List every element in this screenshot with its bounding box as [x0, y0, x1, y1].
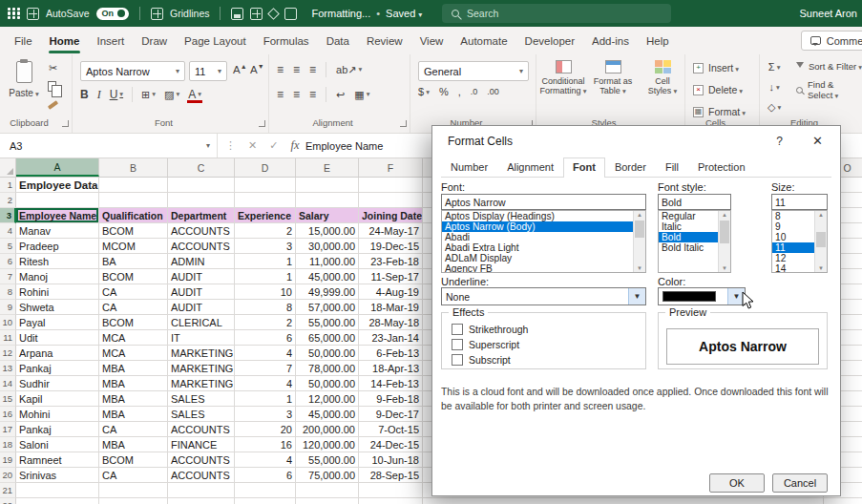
dialog-help-button[interactable]: ?	[776, 135, 783, 148]
row-header-18[interactable]: 18	[0, 437, 16, 452]
cell-B21[interactable]	[99, 483, 168, 498]
cell-B13[interactable]: MBA	[99, 361, 168, 376]
row-header-13[interactable]: 13	[0, 361, 16, 376]
cut-icon[interactable]: ✂	[48, 63, 58, 74]
column-header-b[interactable]: B	[99, 158, 168, 177]
cell-E15[interactable]: 12,000.00	[296, 391, 359, 407]
number-format-combo[interactable]: General	[418, 61, 529, 81]
list-option-8[interactable]: 8	[772, 211, 814, 221]
cell-A3[interactable]: Employee Name	[16, 208, 99, 223]
underline-button[interactable]: U	[110, 89, 123, 100]
cell-E11[interactable]: 65,000.00	[296, 330, 359, 346]
cell-F18[interactable]: 24-Dec-15	[359, 437, 423, 452]
bold-button[interactable]: B	[80, 89, 89, 100]
font-list-scrollbar[interactable]: ▲▼	[633, 211, 645, 272]
dialog-tab-protection[interactable]: Protection	[688, 158, 755, 177]
ok-button[interactable]: OK	[709, 473, 765, 493]
name-box-dropdown-icon[interactable]: ▾	[206, 141, 210, 150]
cell-B10[interactable]: BCOM	[99, 315, 168, 330]
cell-A5[interactable]: Pradeep	[16, 239, 99, 254]
cell-E6[interactable]: 11,000.00	[296, 254, 359, 269]
cell-D12[interactable]: 4	[235, 346, 296, 361]
cell-styles-button[interactable]: Cell Styles	[640, 60, 685, 96]
cell-D2[interactable]	[235, 193, 296, 208]
cell-D9[interactable]: 8	[235, 300, 296, 315]
select-all-corner[interactable]	[0, 158, 16, 177]
cell-E20[interactable]: 75,000.00	[296, 468, 359, 483]
underline-combo[interactable]: None ▼	[441, 287, 646, 305]
fill-button[interactable]: ↓	[767, 82, 781, 93]
cell-C8[interactable]: AUDIT	[168, 284, 235, 300]
cell-A19[interactable]: Ramneet	[16, 452, 99, 468]
percent-button[interactable]: %	[439, 87, 449, 97]
cell-C4[interactable]: ACCOUNTS	[168, 223, 235, 239]
cell-B2[interactable]	[99, 193, 168, 208]
cell-C7[interactable]: AUDIT	[168, 269, 235, 284]
cell-F4[interactable]: 24-May-17	[359, 223, 423, 239]
cell-B18[interactable]: MBA	[99, 437, 168, 452]
cell-A22[interactable]	[16, 498, 99, 504]
row-header-1[interactable]: 1	[0, 178, 16, 193]
cell-C5[interactable]: ACCOUNTS	[168, 239, 235, 254]
row-header-9[interactable]: 9	[0, 300, 16, 315]
format-button[interactable]: ▦Format	[693, 106, 746, 117]
row-header-19[interactable]: 19	[0, 452, 16, 468]
cell-F11[interactable]: 23-Jan-14	[359, 330, 423, 346]
cell-F12[interactable]: 6-Feb-13	[359, 346, 423, 361]
undo-icon[interactable]	[284, 8, 297, 20]
menu-item-help[interactable]: Help	[638, 27, 678, 54]
cell-E14[interactable]: 50,000.00	[296, 376, 359, 391]
menu-item-developer[interactable]: Developer	[516, 27, 583, 54]
align-bottom-icon[interactable]: ≡	[309, 64, 316, 75]
list-option-14[interactable]: 14	[772, 263, 814, 273]
effect-checkbox-superscript[interactable]: Superscript	[452, 339, 519, 350]
cell-F13[interactable]: 18-Apr-13	[359, 361, 423, 376]
dialog-tab-fill[interactable]: Fill	[656, 158, 688, 177]
copy-icon[interactable]	[48, 81, 56, 92]
cell-F19[interactable]: 10-Jun-18	[359, 452, 423, 468]
cell-C15[interactable]: SALES	[168, 391, 235, 407]
cell-C22[interactable]	[168, 498, 235, 504]
cell-filler-22[interactable]	[423, 498, 824, 504]
cell-E19[interactable]: 55,000.00	[296, 452, 359, 468]
cell-F16[interactable]: 9-Dec-17	[359, 407, 423, 422]
cell-A18[interactable]: Saloni	[16, 437, 99, 452]
italic-button[interactable]: I	[97, 89, 101, 100]
cell-D4[interactable]: 2	[235, 223, 296, 239]
cell-B15[interactable]: MBA	[99, 391, 168, 407]
document-title[interactable]: Formatting...	[311, 8, 370, 19]
list-option-9[interactable]: 9	[772, 221, 814, 232]
format-as-table-button[interactable]: Format as Table	[590, 60, 636, 96]
cell-E4[interactable]: 15,000.00	[296, 223, 359, 239]
cell-C16[interactable]: SALES	[168, 407, 235, 422]
list-option-aptos-narrow-body[interactable]: Aptos Narrow (Body)	[442, 221, 633, 232]
cell-E12[interactable]: 50,000.00	[296, 346, 359, 361]
cell-D20[interactable]: 6	[235, 468, 296, 483]
cell-B5[interactable]: MCOM	[99, 239, 168, 254]
font-size-input[interactable]: 11	[771, 194, 828, 210]
cell-A10[interactable]: Payal	[16, 315, 99, 330]
menu-item-data[interactable]: Data	[318, 27, 358, 54]
cell-B19[interactable]: BCOM	[99, 452, 168, 468]
save-status[interactable]: Saved	[386, 8, 422, 19]
cell-F2[interactable]	[359, 193, 423, 208]
align-right-icon[interactable]: ≡	[309, 89, 316, 100]
cell-A8[interactable]: Rohini	[16, 284, 99, 300]
font-style-list-scrollbar[interactable]: ▲▼	[718, 211, 730, 272]
cell-E2[interactable]	[296, 193, 359, 208]
row-header-21[interactable]: 21	[0, 483, 16, 498]
font-color-button[interactable]: A	[188, 89, 201, 100]
cell-A11[interactable]: Udit	[16, 330, 99, 346]
align-center-icon[interactable]: ≡	[293, 89, 300, 100]
dialog-tab-alignment[interactable]: Alignment	[497, 158, 563, 177]
merge-center-icon[interactable]: ▦	[354, 90, 369, 100]
cell-A9[interactable]: Shweta	[16, 300, 99, 315]
cell-F17[interactable]: 7-Oct-15	[359, 422, 423, 437]
row-header-14[interactable]: 14	[0, 376, 16, 391]
delete-button[interactable]: ×Delete	[693, 84, 743, 95]
row-header-15[interactable]: 15	[0, 391, 16, 407]
cell-C13[interactable]: MARKETING	[168, 361, 235, 376]
cell-E17[interactable]: 200,000.00	[296, 422, 359, 437]
orientation-icon[interactable]: ab↗	[336, 65, 362, 75]
clipboard-dialog-launcher-icon[interactable]	[62, 120, 69, 127]
